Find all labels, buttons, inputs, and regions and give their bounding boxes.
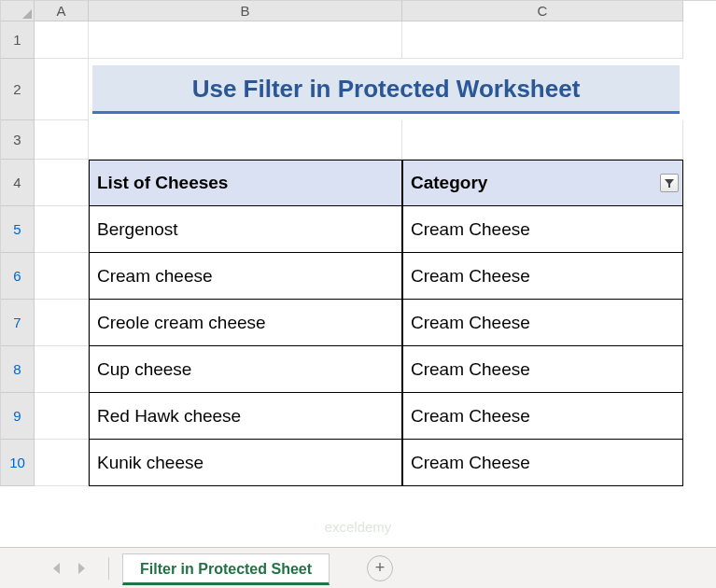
row-header-6[interactable]: 6 [1,253,35,300]
filter-button-category[interactable] [660,174,679,192]
table-row[interactable]: Cup cheese [89,346,402,393]
header-label-c: Category [411,173,487,193]
row-header-5[interactable]: 5 [1,206,35,253]
row-header-8[interactable]: 8 [1,346,35,393]
table-row[interactable]: Creole cream cheese [89,300,402,346]
tab-label: Filter in Protected Sheet [140,561,312,577]
cell-value: Cream Cheese [411,359,530,380]
cell-value: Cream Cheese [411,313,530,333]
table-header-category[interactable]: Category [402,160,683,206]
tab-nav-next[interactable] [71,558,91,579]
select-all-triangle-icon [22,9,32,19]
table-row[interactable]: Cream Cheese [402,206,683,253]
title-merged-cell[interactable]: Use Filter in Protected Worksheet [89,59,683,120]
table-row[interactable]: Cream Cheese [402,440,683,486]
col-header-A[interactable]: A [35,1,89,21]
cell-A1[interactable] [35,21,89,59]
chevron-left-icon [52,563,62,574]
table-row[interactable]: Cream Cheese [402,393,683,440]
cell-value: Cream cheese [97,266,213,287]
row-header-9[interactable]: 9 [1,393,35,440]
table-row[interactable]: Bergenost [89,206,402,253]
cell-A10[interactable] [35,440,89,486]
tab-active[interactable]: Filter in Protected Sheet [122,553,330,585]
cell-A5[interactable] [35,206,89,253]
cell-C1[interactable] [402,21,683,59]
svg-marker-1 [665,179,674,188]
cell-value: Cream Cheese [411,219,530,240]
tab-separator [108,557,109,580]
watermark: exceldemy [325,519,392,535]
cell-A4[interactable] [35,160,89,206]
cell-A8[interactable] [35,346,89,393]
chevron-right-icon [77,563,86,574]
spreadsheet-grid: A B C 1 2 Use Filter in Protected Worksh… [0,0,716,486]
cell-C3[interactable] [402,120,683,160]
svg-marker-3 [78,563,85,574]
cell-value: Cream Cheese [411,453,530,473]
header-label-b: List of Cheeses [97,173,228,193]
table-row[interactable]: Kunik cheese [89,440,402,486]
sheet-tab-bar: Filter in Protected Sheet + [0,547,716,588]
cell-value: Bergenost [97,219,178,240]
cell-value: Kunik cheese [97,453,204,473]
page-title: Use Filter in Protected Worksheet [92,65,680,114]
cell-value: Cream Cheese [411,406,530,427]
table-row[interactable]: Cream cheese [89,253,402,300]
cell-A6[interactable] [35,253,89,300]
new-sheet-button[interactable]: + [367,555,393,581]
cell-A7[interactable] [35,300,89,346]
row-header-7[interactable]: 7 [1,300,35,346]
row-header-1[interactable]: 1 [1,21,35,59]
cell-value: Creole cream cheese [97,313,266,333]
cell-B3[interactable] [89,120,402,160]
cell-value: Cup cheese [97,359,191,380]
table-row[interactable]: Cream Cheese [402,253,683,300]
cell-B1[interactable] [89,21,402,59]
svg-marker-0 [22,9,32,19]
cell-A3[interactable] [35,120,89,160]
cell-A2[interactable] [35,59,89,120]
cell-value: Cream Cheese [411,266,530,287]
tab-nav-prev[interactable] [47,558,67,579]
col-header-B[interactable]: B [89,1,402,21]
cell-A9[interactable] [35,393,89,440]
select-all-corner[interactable] [1,1,35,21]
plus-icon: + [375,558,386,578]
table-row[interactable]: Cream Cheese [402,300,683,346]
col-header-C[interactable]: C [402,1,683,21]
table-row[interactable]: Cream Cheese [402,346,683,393]
row-header-3[interactable]: 3 [1,120,35,160]
row-header-2[interactable]: 2 [1,59,35,120]
table-header-cheeses[interactable]: List of Cheeses [89,160,402,206]
cell-value: Red Hawk cheese [97,406,241,427]
svg-marker-2 [53,563,60,574]
table-row[interactable]: Red Hawk cheese [89,393,402,440]
filter-active-icon [664,177,675,189]
row-header-4[interactable]: 4 [1,160,35,206]
row-header-10[interactable]: 10 [1,440,35,486]
